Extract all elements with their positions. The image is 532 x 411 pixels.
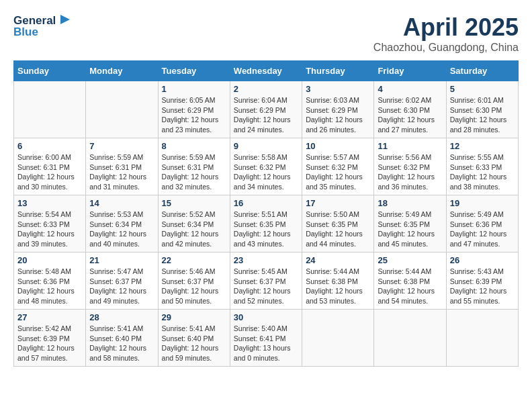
day-number: 22 — [162, 255, 226, 265]
calendar-cell: 28Sunrise: 5:41 AM Sunset: 6:40 PM Dayli… — [86, 310, 158, 367]
day-info: Sunrise: 5:49 AM Sunset: 6:36 PM Dayligh… — [450, 210, 515, 249]
calendar-cell: 16Sunrise: 5:51 AM Sunset: 6:35 PM Dayli… — [230, 195, 302, 253]
calendar-cell: 15Sunrise: 5:52 AM Sunset: 6:34 PM Dayli… — [158, 195, 230, 253]
calendar-cell: 19Sunrise: 5:49 AM Sunset: 6:36 PM Dayli… — [446, 195, 518, 253]
day-number: 20 — [17, 255, 82, 265]
calendar-cell: 11Sunrise: 5:56 AM Sunset: 6:32 PM Dayli… — [374, 138, 446, 195]
day-number: 8 — [162, 141, 226, 151]
logo: General Blue — [13, 13, 73, 39]
day-number: 21 — [89, 255, 154, 265]
calendar-cell — [14, 81, 86, 138]
day-number: 15 — [162, 198, 226, 208]
day-info: Sunrise: 6:05 AM Sunset: 6:29 PM Dayligh… — [162, 95, 226, 135]
day-number: 9 — [234, 141, 298, 151]
calendar-cell: 6Sunrise: 6:00 AM Sunset: 6:31 PM Daylig… — [14, 138, 86, 195]
day-info: Sunrise: 5:43 AM Sunset: 6:39 PM Dayligh… — [450, 267, 515, 306]
day-number: 17 — [306, 198, 370, 208]
day-number: 19 — [450, 198, 515, 208]
day-info: Sunrise: 5:51 AM Sunset: 6:35 PM Dayligh… — [234, 210, 298, 249]
day-info: Sunrise: 6:01 AM Sunset: 6:30 PM Dayligh… — [450, 95, 515, 135]
day-number: 18 — [378, 198, 442, 208]
calendar-table: SundayMondayTuesdayWednesdayThursdayFrid… — [13, 60, 519, 367]
day-info: Sunrise: 5:52 AM Sunset: 6:34 PM Dayligh… — [162, 210, 226, 249]
day-info: Sunrise: 5:54 AM Sunset: 6:33 PM Dayligh… — [17, 210, 82, 249]
day-number: 30 — [234, 312, 298, 322]
day-number: 14 — [89, 198, 154, 208]
calendar-cell: 29Sunrise: 5:41 AM Sunset: 6:40 PM Dayli… — [158, 310, 230, 367]
day-number: 11 — [378, 141, 442, 151]
column-header-thursday: Thursday — [302, 61, 374, 81]
day-info: Sunrise: 5:48 AM Sunset: 6:36 PM Dayligh… — [17, 267, 82, 306]
column-header-monday: Monday — [86, 61, 158, 81]
calendar-cell — [446, 310, 518, 367]
logo-blue: Blue — [13, 26, 38, 39]
day-number: 24 — [306, 255, 370, 265]
day-info: Sunrise: 5:47 AM Sunset: 6:37 PM Dayligh… — [89, 267, 154, 306]
column-header-wednesday: Wednesday — [230, 61, 302, 81]
calendar-cell: 23Sunrise: 5:45 AM Sunset: 6:37 PM Dayli… — [230, 253, 302, 310]
title-block: April 2025 Chaozhou, Guangdong, China — [373, 13, 519, 54]
day-number: 29 — [162, 312, 226, 322]
day-info: Sunrise: 5:56 AM Sunset: 6:32 PM Dayligh… — [378, 152, 442, 192]
day-info: Sunrise: 5:49 AM Sunset: 6:35 PM Dayligh… — [378, 210, 442, 249]
calendar-cell — [302, 310, 374, 367]
day-number: 7 — [89, 141, 154, 151]
day-info: Sunrise: 6:02 AM Sunset: 6:30 PM Dayligh… — [378, 95, 442, 135]
day-info: Sunrise: 6:00 AM Sunset: 6:31 PM Dayligh… — [17, 152, 82, 192]
day-number: 28 — [89, 312, 154, 322]
calendar-cell: 5Sunrise: 6:01 AM Sunset: 6:30 PM Daylig… — [446, 81, 518, 138]
column-header-saturday: Saturday — [446, 61, 518, 81]
calendar-cell: 22Sunrise: 5:46 AM Sunset: 6:37 PM Dayli… — [158, 253, 230, 310]
calendar-cell: 26Sunrise: 5:43 AM Sunset: 6:39 PM Dayli… — [446, 253, 518, 310]
day-number: 1 — [162, 84, 226, 94]
calendar-cell: 4Sunrise: 6:02 AM Sunset: 6:30 PM Daylig… — [374, 81, 446, 138]
calendar-cell: 2Sunrise: 6:04 AM Sunset: 6:29 PM Daylig… — [230, 81, 302, 138]
calendar-cell: 17Sunrise: 5:50 AM Sunset: 6:35 PM Dayli… — [302, 195, 374, 253]
day-info: Sunrise: 5:41 AM Sunset: 6:40 PM Dayligh… — [89, 324, 154, 363]
day-number: 12 — [450, 141, 515, 151]
day-info: Sunrise: 5:50 AM Sunset: 6:35 PM Dayligh… — [306, 210, 370, 249]
day-number: 16 — [234, 198, 298, 208]
calendar-body: 1Sunrise: 6:05 AM Sunset: 6:29 PM Daylig… — [14, 81, 519, 367]
calendar-cell: 12Sunrise: 5:55 AM Sunset: 6:33 PM Dayli… — [446, 138, 518, 195]
calendar-week-4: 20Sunrise: 5:48 AM Sunset: 6:36 PM Dayli… — [14, 253, 519, 310]
calendar-cell: 24Sunrise: 5:44 AM Sunset: 6:38 PM Dayli… — [302, 253, 374, 310]
day-info: Sunrise: 5:45 AM Sunset: 6:37 PM Dayligh… — [234, 267, 298, 306]
day-info: Sunrise: 6:03 AM Sunset: 6:29 PM Dayligh… — [306, 95, 370, 135]
day-info: Sunrise: 5:55 AM Sunset: 6:33 PM Dayligh… — [450, 152, 515, 192]
day-info: Sunrise: 5:57 AM Sunset: 6:32 PM Dayligh… — [306, 152, 370, 192]
day-info: Sunrise: 5:42 AM Sunset: 6:39 PM Dayligh… — [17, 324, 82, 363]
calendar-week-3: 13Sunrise: 5:54 AM Sunset: 6:33 PM Dayli… — [14, 195, 519, 253]
day-number: 27 — [17, 312, 82, 322]
day-info: Sunrise: 6:04 AM Sunset: 6:29 PM Dayligh… — [234, 95, 298, 135]
day-info: Sunrise: 5:44 AM Sunset: 6:38 PM Dayligh… — [378, 267, 442, 306]
calendar-cell: 8Sunrise: 5:59 AM Sunset: 6:31 PM Daylig… — [158, 138, 230, 195]
day-info: Sunrise: 5:58 AM Sunset: 6:32 PM Dayligh… — [234, 152, 298, 192]
calendar-cell: 1Sunrise: 6:05 AM Sunset: 6:29 PM Daylig… — [158, 81, 230, 138]
day-info: Sunrise: 5:59 AM Sunset: 6:31 PM Dayligh… — [162, 152, 226, 192]
day-info: Sunrise: 5:59 AM Sunset: 6:31 PM Dayligh… — [89, 152, 154, 192]
page-header: General Blue April 2025 Chaozhou, Guangd… — [13, 13, 519, 54]
calendar-week-1: 1Sunrise: 6:05 AM Sunset: 6:29 PM Daylig… — [14, 81, 519, 138]
calendar-cell: 10Sunrise: 5:57 AM Sunset: 6:32 PM Dayli… — [302, 138, 374, 195]
day-info: Sunrise: 5:41 AM Sunset: 6:40 PM Dayligh… — [162, 324, 226, 363]
column-header-tuesday: Tuesday — [158, 61, 230, 81]
calendar-header: SundayMondayTuesdayWednesdayThursdayFrid… — [14, 61, 519, 81]
subtitle: Chaozhou, Guangdong, China — [373, 42, 519, 54]
logo-flag-icon — [58, 13, 73, 28]
day-number: 5 — [450, 84, 515, 94]
main-title: April 2025 — [373, 13, 519, 42]
calendar-cell: 14Sunrise: 5:53 AM Sunset: 6:34 PM Dayli… — [86, 195, 158, 253]
calendar-cell: 21Sunrise: 5:47 AM Sunset: 6:37 PM Dayli… — [86, 253, 158, 310]
day-number: 2 — [234, 84, 298, 94]
header-row: SundayMondayTuesdayWednesdayThursdayFrid… — [14, 61, 519, 81]
calendar-cell: 30Sunrise: 5:40 AM Sunset: 6:41 PM Dayli… — [230, 310, 302, 367]
day-info: Sunrise: 5:44 AM Sunset: 6:38 PM Dayligh… — [306, 267, 370, 306]
day-number: 6 — [17, 141, 82, 151]
day-number: 25 — [378, 255, 442, 265]
calendar-cell: 20Sunrise: 5:48 AM Sunset: 6:36 PM Dayli… — [14, 253, 86, 310]
calendar-cell: 7Sunrise: 5:59 AM Sunset: 6:31 PM Daylig… — [86, 138, 158, 195]
calendar-cell: 18Sunrise: 5:49 AM Sunset: 6:35 PM Dayli… — [374, 195, 446, 253]
day-info: Sunrise: 5:53 AM Sunset: 6:34 PM Dayligh… — [89, 210, 154, 249]
calendar-cell — [374, 310, 446, 367]
